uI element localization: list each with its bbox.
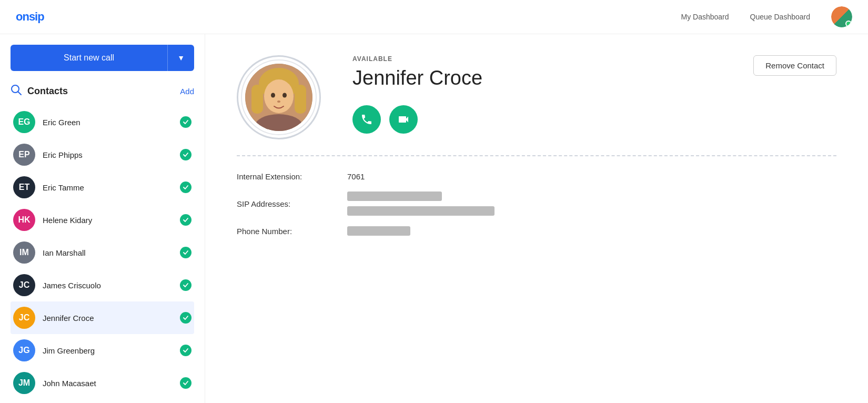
detail-divider [237,155,836,156]
phone-number-redacted [347,226,410,236]
profile-section: AVAILABLE Jennifer Croce [237,55,836,139]
sip-address-1-redacted [347,192,442,201]
start-new-call-dropdown[interactable]: ▼ [167,45,194,71]
nav-queue-dashboard[interactable]: Queue Dashboard [750,13,810,21]
contact-status-icon [180,279,191,291]
contact-avatar: JC [13,307,35,329]
sip-address-2-redacted [347,206,494,216]
contact-item[interactable]: JGJim Greenberg [11,334,194,367]
search-icon[interactable] [11,84,22,98]
contact-name: James Criscuolo [43,281,180,290]
contact-item[interactable]: EGEric Green [11,106,194,138]
contact-name: Ian Marshall [43,248,180,257]
contact-item[interactable]: EPEric Phipps [11,138,194,171]
internal-extension-field: Internal Extension: 7061 [237,172,836,181]
svg-rect-5 [251,85,263,114]
detail-fields: Internal Extension: 7061 SIP Addresses: … [237,172,836,236]
profile-avatar-wrap [237,55,321,139]
contact-status-icon [180,247,191,258]
contact-avatar: HK [13,209,35,231]
contact-status-icon [180,345,191,356]
contact-status-icon [180,149,191,160]
contact-item[interactable]: ETEric Tamme [11,171,194,204]
contact-avatar: JC [13,274,35,296]
remove-contact-button[interactable]: Remove Contact [753,55,836,76]
contact-name: Helene Kidary [43,216,180,225]
contact-list: EGEric GreenEPEric PhippsETEric TammeHKH… [11,106,194,403]
contact-status-icon [180,377,191,389]
internal-extension-label: Internal Extension: [237,172,342,181]
contact-item[interactable]: IMIan Marshall [11,236,194,269]
contact-name: Eric Tamme [43,183,180,192]
call-button[interactable] [352,105,381,134]
svg-line-1 [18,92,22,95]
contact-status-icon [180,182,191,193]
video-call-button[interactable] [389,105,418,134]
sip-addresses-label: SIP Addresses: [237,199,342,208]
contact-item[interactable]: HKHelene Kidary [11,204,194,236]
main-layout: Start new call ▼ Contacts Add EGEric Gre… [0,34,868,403]
top-nav: My Dashboard Queue Dashboard [681,6,852,27]
svg-point-9 [282,93,287,98]
user-avatar-header[interactable] [831,6,852,27]
contact-item[interactable]: JRJohn Riordan [11,399,194,403]
contact-item[interactable]: JCJames Criscuolo [11,269,194,301]
contact-avatar: JM [13,372,35,394]
contact-avatar: ET [13,176,35,198]
app-logo: onsip [16,10,44,24]
profile-actions [352,105,836,134]
contact-avatar: EG [13,111,35,133]
phone-number-field: Phone Number: [237,226,836,236]
contact-name: Jennifer Croce [43,314,180,323]
contact-name: Jim Greenberg [43,346,180,355]
contact-avatar: IM [13,241,35,264]
contact-status-icon [180,116,191,128]
add-contact-link[interactable]: Add [180,87,194,96]
start-new-call-row: Start new call ▼ [11,45,194,71]
contacts-label: Contacts [27,86,68,97]
contact-name: John Macasaet [43,379,180,388]
svg-point-10 [277,100,280,103]
profile-avatar-image [245,64,312,131]
nav-my-dashboard[interactable]: My Dashboard [681,13,729,21]
contact-avatar: JG [13,339,35,361]
sip-addresses-field: SIP Addresses: [237,192,836,216]
contact-name: Eric Phipps [43,150,180,159]
contact-status-icon [180,312,191,324]
svg-point-8 [271,93,275,98]
contact-item[interactable]: JMJohn Macasaet [11,367,194,399]
contact-name: Eric Green [43,118,180,127]
contact-item[interactable]: JCJennifer Croce [11,301,194,334]
internal-extension-value: 7061 [347,172,365,181]
contact-avatar: EP [13,144,35,166]
phone-number-label: Phone Number: [237,227,342,236]
contacts-header: Contacts Add [11,84,194,98]
contact-status-icon [180,214,191,226]
detail-panel: Remove Contact [205,34,868,403]
user-status-badge [845,21,852,27]
svg-rect-6 [295,85,306,114]
start-new-call-button[interactable]: Start new call [11,45,167,71]
app-header: onsip My Dashboard Queue Dashboard [0,0,868,34]
sidebar: Start new call ▼ Contacts Add EGEric Gre… [0,34,205,403]
